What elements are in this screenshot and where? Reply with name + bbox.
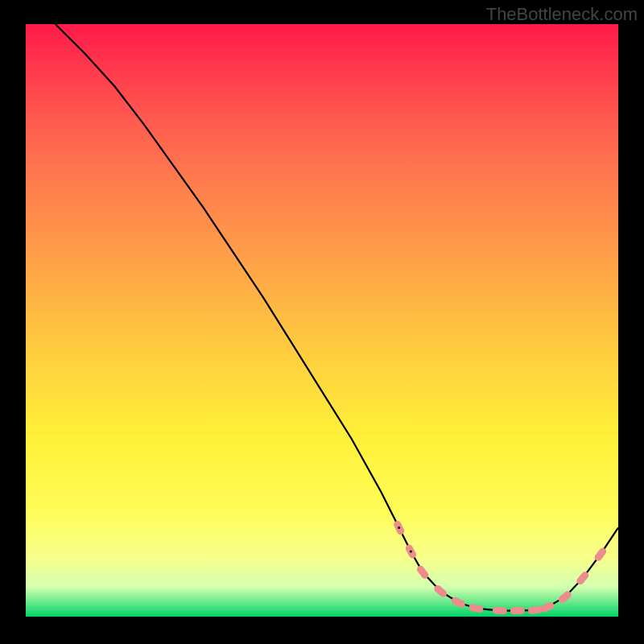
- watermark-text: TheBottleneck.com: [486, 4, 638, 25]
- marker-pill: [493, 607, 507, 615]
- plot-area: [26, 24, 618, 617]
- marker-dot: [398, 526, 400, 529]
- marker-pill: [469, 604, 484, 613]
- chart-container: TheBottleneck.com: [0, 0, 644, 644]
- curve-line: [56, 24, 618, 611]
- marker-dot: [410, 551, 412, 553]
- line-series: [56, 24, 618, 611]
- marker-pill: [510, 607, 525, 614]
- marker-series: [393, 520, 608, 615]
- chart-svg: [26, 24, 618, 617]
